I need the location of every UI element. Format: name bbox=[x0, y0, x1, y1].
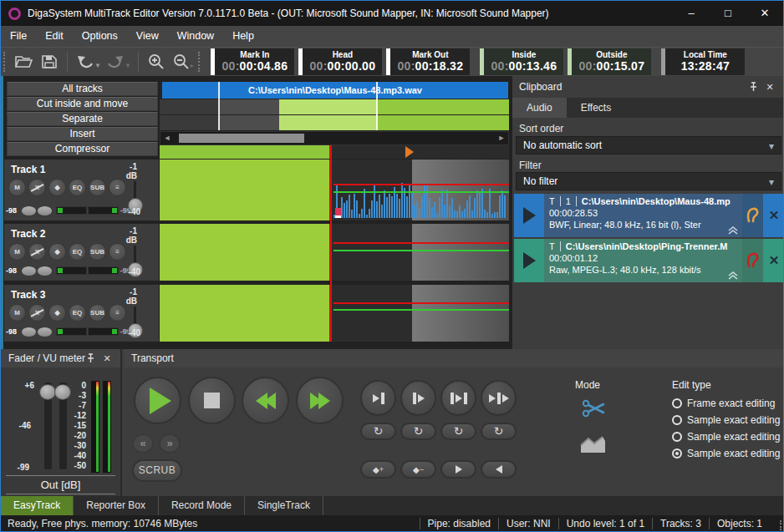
prelisten-ear-icon[interactable] bbox=[742, 194, 763, 237]
sub-button[interactable]: SUB bbox=[89, 243, 106, 261]
menu-window[interactable]: Window bbox=[168, 26, 223, 47]
pan-knob-left[interactable] bbox=[22, 327, 36, 337]
redo-dropdown-arrow[interactable]: ▼ bbox=[125, 62, 131, 69]
timeline-ruler[interactable] bbox=[160, 145, 509, 159]
collapse-chevron-icon[interactable] bbox=[727, 225, 739, 236]
collapse-chevron-icon[interactable] bbox=[727, 271, 739, 281]
mute-button[interactable]: M bbox=[8, 243, 26, 261]
audio-clip-region[interactable] bbox=[160, 224, 331, 281]
prelisten-ear-icon[interactable] bbox=[742, 239, 763, 282]
track-menu-button[interactable]: ≡ bbox=[109, 179, 126, 196]
toolbar-grip[interactable] bbox=[3, 52, 7, 72]
overview-row[interactable] bbox=[160, 99, 509, 114]
fast-forward-button[interactable] bbox=[296, 377, 344, 424]
eq-button[interactable]: EQ bbox=[69, 304, 86, 322]
maximize-button[interactable]: □ bbox=[710, 1, 746, 26]
remove-marker-button[interactable]: ◆− bbox=[400, 460, 436, 479]
stop-button[interactable] bbox=[188, 377, 236, 424]
filter-select[interactable]: No filter bbox=[516, 172, 781, 190]
tool-compressor[interactable]: Compressor bbox=[7, 142, 158, 156]
minimize-button[interactable]: – bbox=[673, 1, 710, 26]
resize-grip[interactable] bbox=[771, 520, 781, 530]
tab-singletrack[interactable]: SingleTrack bbox=[245, 496, 323, 515]
edit-type-option-1[interactable]: Frame exact editing bbox=[672, 398, 775, 409]
marker-button[interactable]: ◆ bbox=[48, 243, 66, 261]
tool-cut-inside-and-move[interactable]: Cut inside and move bbox=[7, 97, 158, 111]
tab-record-mode[interactable]: Record Mode bbox=[159, 496, 245, 515]
cut-mode-scissors-icon[interactable] bbox=[582, 398, 607, 419]
scroll-left-button[interactable]: ◄ bbox=[162, 134, 172, 143]
horizontal-scrollbar[interactable]: ◄ ► bbox=[160, 131, 509, 145]
marker-button[interactable]: ◆ bbox=[48, 304, 66, 322]
loop-button-4[interactable]: ↻ bbox=[481, 423, 517, 440]
tool-insert[interactable]: Insert bbox=[7, 127, 158, 141]
radio-icon[interactable] bbox=[672, 432, 682, 442]
play-to-mark-button[interactable] bbox=[360, 380, 396, 416]
track-menu-button[interactable]: ≡ bbox=[109, 304, 126, 322]
pan-knob-right[interactable] bbox=[38, 266, 52, 276]
scrub-button[interactable]: SCRUB bbox=[132, 459, 182, 482]
sub-button[interactable]: SUB bbox=[89, 179, 106, 196]
scroll-right-button[interactable]: ► bbox=[496, 134, 507, 143]
solo-button[interactable]: X bbox=[28, 179, 46, 196]
pan-knob-left[interactable] bbox=[22, 266, 36, 276]
item-play-button[interactable] bbox=[514, 194, 544, 237]
menu-help[interactable]: Help bbox=[223, 26, 263, 47]
close-panel-icon[interactable]: ✕ bbox=[763, 80, 776, 94]
loop-button-2[interactable]: ↻ bbox=[400, 423, 436, 440]
track-lane-3[interactable] bbox=[160, 285, 509, 342]
play-selection-button[interactable] bbox=[440, 380, 476, 416]
previous-marker-button[interactable] bbox=[481, 460, 517, 479]
radio-icon[interactable] bbox=[672, 398, 682, 408]
item-remove-button[interactable]: ✕ bbox=[763, 194, 784, 237]
playhead-marker-icon[interactable] bbox=[405, 146, 414, 158]
tool-separate[interactable]: Separate bbox=[7, 112, 158, 126]
clipboard-item[interactable]: T1C:\Users\nin\Desktop\Maus-48.mp 00:00:… bbox=[514, 194, 784, 237]
solo-button[interactable]: X bbox=[28, 243, 46, 261]
output-fader-knob-left[interactable] bbox=[39, 384, 56, 400]
track-lane-1[interactable] bbox=[160, 160, 509, 220]
tool-all-tracks[interactable]: All tracks bbox=[7, 82, 158, 96]
zoom-in-button[interactable] bbox=[144, 50, 169, 73]
eq-button[interactable]: EQ bbox=[69, 179, 86, 196]
item-remove-button[interactable]: ✕ bbox=[763, 239, 784, 282]
audio-clip-region[interactable] bbox=[160, 160, 331, 220]
output-fader-knob-right[interactable] bbox=[54, 384, 71, 400]
sort-order-select[interactable]: No automatic sort bbox=[516, 136, 781, 155]
close-panel-icon[interactable]: ✕ bbox=[100, 352, 114, 365]
pan-knob-right[interactable] bbox=[38, 327, 52, 337]
track-menu-button[interactable]: ≡ bbox=[109, 243, 126, 261]
play-around-cursor-button[interactable] bbox=[481, 380, 517, 416]
edit-type-option-4[interactable]: Sample exact editing us bbox=[672, 448, 783, 459]
rewind-button[interactable] bbox=[242, 377, 289, 424]
loop-button-3[interactable]: ↻ bbox=[440, 423, 476, 440]
tab-effects[interactable]: Effects bbox=[567, 98, 625, 118]
selection-region[interactable] bbox=[412, 285, 509, 342]
eq-button[interactable]: EQ bbox=[69, 243, 86, 261]
menu-file[interactable]: File bbox=[1, 26, 36, 47]
overview-file-label[interactable]: C:\Users\nin\Desktop\Maus-48.mp3.wav bbox=[162, 82, 508, 99]
edit-type-option-3[interactable]: Sample exact editing us bbox=[672, 431, 783, 443]
pan-knob-left[interactable] bbox=[22, 206, 36, 215]
envelope-mode-icon[interactable] bbox=[579, 433, 607, 454]
tab-audio[interactable]: Audio bbox=[512, 98, 567, 118]
menu-view[interactable]: View bbox=[127, 26, 168, 47]
track-lane-2[interactable] bbox=[160, 224, 509, 281]
edit-type-option-2[interactable]: Sample exact editing at bbox=[672, 414, 783, 426]
play-from-mark-button[interactable] bbox=[400, 380, 436, 416]
overview-range-handle-right[interactable] bbox=[376, 82, 378, 130]
overview-row[interactable] bbox=[160, 115, 509, 130]
marker-button[interactable]: ◆ bbox=[48, 179, 66, 196]
add-marker-button[interactable]: ◆+ bbox=[360, 460, 396, 479]
pin-icon[interactable] bbox=[746, 80, 760, 94]
play-button[interactable] bbox=[134, 377, 181, 424]
selection-region[interactable] bbox=[412, 224, 509, 281]
radio-icon-selected[interactable] bbox=[672, 448, 682, 459]
open-button[interactable] bbox=[12, 50, 37, 73]
item-play-button[interactable] bbox=[514, 239, 544, 282]
solo-button[interactable]: X bbox=[28, 304, 46, 322]
playhead-line[interactable] bbox=[330, 145, 332, 342]
mute-button[interactable]: M bbox=[8, 179, 26, 196]
undo-dropdown-arrow[interactable]: ▼ bbox=[94, 62, 101, 69]
marker-dropdown-arrow[interactable]: ▸ bbox=[191, 62, 194, 69]
